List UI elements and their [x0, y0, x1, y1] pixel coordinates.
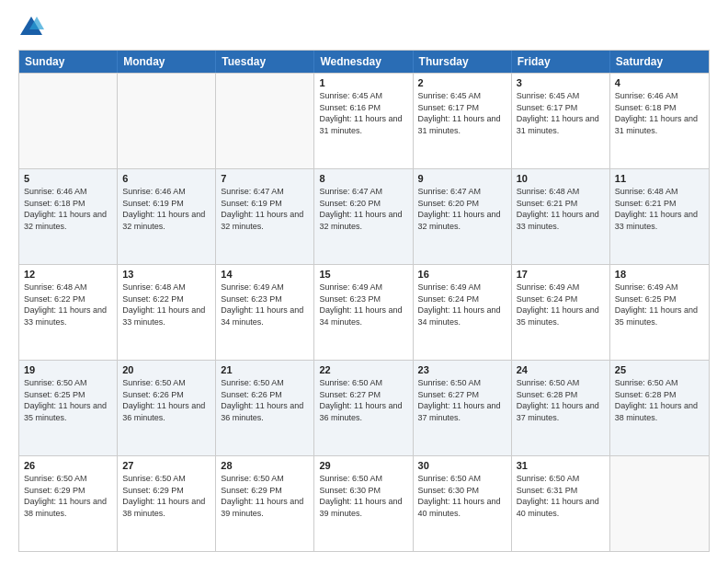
day-info: Sunrise: 6:46 AM Sunset: 6:18 PM Dayligh…: [615, 90, 704, 136]
calendar-body: 1Sunrise: 6:45 AM Sunset: 6:16 PM Daylig…: [19, 73, 709, 551]
day-number: 27: [122, 460, 210, 471]
calendar-day-27: 27Sunrise: 6:50 AM Sunset: 6:29 PM Dayli…: [118, 456, 216, 551]
calendar-empty-cell: [216, 74, 314, 168]
day-info: Sunrise: 6:50 AM Sunset: 6:29 PM Dayligh…: [122, 473, 210, 519]
day-number: 2: [418, 77, 506, 88]
header-cell-monday: Monday: [118, 51, 216, 73]
calendar-day-22: 22Sunrise: 6:50 AM Sunset: 6:27 PM Dayli…: [314, 361, 413, 455]
calendar-day-17: 17Sunrise: 6:49 AM Sunset: 6:24 PM Dayli…: [512, 265, 610, 360]
day-number: 14: [221, 269, 309, 280]
day-number: 3: [517, 77, 605, 88]
calendar-day-24: 24Sunrise: 6:50 AM Sunset: 6:28 PM Dayli…: [512, 361, 610, 455]
logo-icon: [18, 15, 44, 40]
day-number: 12: [24, 269, 112, 280]
calendar-day-10: 10Sunrise: 6:48 AM Sunset: 6:21 PM Dayli…: [512, 169, 610, 264]
calendar-day-21: 21Sunrise: 6:50 AM Sunset: 6:26 PM Dayli…: [216, 361, 314, 455]
day-info: Sunrise: 6:49 AM Sunset: 6:23 PM Dayligh…: [319, 282, 407, 327]
calendar-day-1: 1Sunrise: 6:45 AM Sunset: 6:16 PM Daylig…: [314, 74, 413, 168]
calendar-day-25: 25Sunrise: 6:50 AM Sunset: 6:28 PM Dayli…: [610, 361, 709, 455]
day-number: 4: [615, 77, 704, 88]
calendar-day-11: 11Sunrise: 6:48 AM Sunset: 6:21 PM Dayli…: [610, 169, 709, 264]
day-info: Sunrise: 6:50 AM Sunset: 6:27 PM Dayligh…: [418, 377, 506, 423]
header-cell-sunday: Sunday: [19, 51, 118, 73]
header-cell-tuesday: Tuesday: [216, 51, 314, 73]
header: [18, 15, 710, 40]
day-number: 16: [418, 269, 506, 280]
day-info: Sunrise: 6:45 AM Sunset: 6:17 PM Dayligh…: [418, 90, 506, 136]
day-number: 31: [517, 460, 605, 471]
calendar-empty-cell: [118, 74, 216, 168]
page: SundayMondayTuesdayWednesdayThursdayFrid…: [0, 0, 728, 563]
day-number: 8: [319, 173, 407, 184]
calendar-empty-cell: [19, 74, 118, 168]
day-info: Sunrise: 6:45 AM Sunset: 6:16 PM Dayligh…: [319, 90, 407, 136]
day-info: Sunrise: 6:49 AM Sunset: 6:25 PM Dayligh…: [615, 282, 704, 327]
day-number: 15: [319, 269, 407, 280]
day-info: Sunrise: 6:47 AM Sunset: 6:20 PM Dayligh…: [319, 186, 407, 232]
calendar-day-14: 14Sunrise: 6:49 AM Sunset: 6:23 PM Dayli…: [216, 265, 314, 360]
day-number: 10: [517, 173, 605, 184]
calendar-day-18: 18Sunrise: 6:49 AM Sunset: 6:25 PM Dayli…: [610, 265, 709, 360]
day-number: 19: [24, 364, 112, 375]
day-info: Sunrise: 6:47 AM Sunset: 6:20 PM Dayligh…: [418, 186, 506, 232]
calendar-day-7: 7Sunrise: 6:47 AM Sunset: 6:19 PM Daylig…: [216, 169, 314, 264]
calendar-day-30: 30Sunrise: 6:50 AM Sunset: 6:30 PM Dayli…: [414, 456, 512, 551]
day-info: Sunrise: 6:49 AM Sunset: 6:24 PM Dayligh…: [418, 282, 506, 327]
day-info: Sunrise: 6:48 AM Sunset: 6:22 PM Dayligh…: [122, 282, 210, 327]
calendar-day-26: 26Sunrise: 6:50 AM Sunset: 6:29 PM Dayli…: [19, 456, 118, 551]
day-info: Sunrise: 6:48 AM Sunset: 6:22 PM Dayligh…: [24, 282, 112, 327]
calendar-day-16: 16Sunrise: 6:49 AM Sunset: 6:24 PM Dayli…: [414, 265, 512, 360]
calendar-week-5: 26Sunrise: 6:50 AM Sunset: 6:29 PM Dayli…: [19, 455, 709, 551]
day-info: Sunrise: 6:48 AM Sunset: 6:21 PM Dayligh…: [615, 186, 704, 232]
calendar-day-28: 28Sunrise: 6:50 AM Sunset: 6:29 PM Dayli…: [216, 456, 314, 551]
day-info: Sunrise: 6:50 AM Sunset: 6:30 PM Dayligh…: [418, 473, 506, 519]
calendar-week-1: 1Sunrise: 6:45 AM Sunset: 6:16 PM Daylig…: [19, 73, 709, 168]
calendar-day-6: 6Sunrise: 6:46 AM Sunset: 6:19 PM Daylig…: [118, 169, 216, 264]
calendar-day-8: 8Sunrise: 6:47 AM Sunset: 6:20 PM Daylig…: [314, 169, 413, 264]
calendar-day-15: 15Sunrise: 6:49 AM Sunset: 6:23 PM Dayli…: [314, 265, 413, 360]
calendar-day-12: 12Sunrise: 6:48 AM Sunset: 6:22 PM Dayli…: [19, 265, 118, 360]
day-info: Sunrise: 6:50 AM Sunset: 6:28 PM Dayligh…: [615, 377, 704, 423]
day-info: Sunrise: 6:50 AM Sunset: 6:29 PM Dayligh…: [24, 473, 112, 519]
day-number: 11: [615, 173, 704, 184]
day-info: Sunrise: 6:50 AM Sunset: 6:31 PM Dayligh…: [517, 473, 605, 519]
day-number: 7: [221, 173, 309, 184]
calendar-day-13: 13Sunrise: 6:48 AM Sunset: 6:22 PM Dayli…: [118, 265, 216, 360]
day-number: 17: [517, 269, 605, 280]
header-cell-wednesday: Wednesday: [314, 51, 413, 73]
calendar-day-19: 19Sunrise: 6:50 AM Sunset: 6:25 PM Dayli…: [19, 361, 118, 455]
day-number: 25: [615, 364, 704, 375]
calendar-day-4: 4Sunrise: 6:46 AM Sunset: 6:18 PM Daylig…: [610, 74, 709, 168]
day-number: 28: [221, 460, 309, 471]
day-info: Sunrise: 6:45 AM Sunset: 6:17 PM Dayligh…: [517, 90, 605, 136]
calendar-day-5: 5Sunrise: 6:46 AM Sunset: 6:18 PM Daylig…: [19, 169, 118, 264]
calendar-week-2: 5Sunrise: 6:46 AM Sunset: 6:18 PM Daylig…: [19, 168, 709, 264]
day-number: 21: [221, 364, 309, 375]
day-info: Sunrise: 6:50 AM Sunset: 6:28 PM Dayligh…: [517, 377, 605, 423]
calendar-day-9: 9Sunrise: 6:47 AM Sunset: 6:20 PM Daylig…: [414, 169, 512, 264]
calendar-header-row: SundayMondayTuesdayWednesdayThursdayFrid…: [19, 51, 709, 73]
day-info: Sunrise: 6:47 AM Sunset: 6:19 PM Dayligh…: [221, 186, 309, 232]
day-info: Sunrise: 6:50 AM Sunset: 6:26 PM Dayligh…: [221, 377, 309, 423]
day-info: Sunrise: 6:49 AM Sunset: 6:24 PM Dayligh…: [517, 282, 605, 327]
day-number: 9: [418, 173, 506, 184]
day-number: 5: [24, 173, 112, 184]
calendar-week-3: 12Sunrise: 6:48 AM Sunset: 6:22 PM Dayli…: [19, 264, 709, 360]
logo: [18, 15, 48, 40]
day-number: 22: [319, 364, 407, 375]
day-info: Sunrise: 6:49 AM Sunset: 6:23 PM Dayligh…: [221, 282, 309, 327]
day-info: Sunrise: 6:50 AM Sunset: 6:29 PM Dayligh…: [221, 473, 309, 519]
calendar-day-23: 23Sunrise: 6:50 AM Sunset: 6:27 PM Dayli…: [414, 361, 512, 455]
calendar: SundayMondayTuesdayWednesdayThursdayFrid…: [18, 50, 710, 552]
day-number: 1: [319, 77, 407, 88]
calendar-day-3: 3Sunrise: 6:45 AM Sunset: 6:17 PM Daylig…: [512, 74, 610, 168]
calendar-day-2: 2Sunrise: 6:45 AM Sunset: 6:17 PM Daylig…: [414, 74, 512, 168]
day-number: 30: [418, 460, 506, 471]
day-number: 29: [319, 460, 407, 471]
header-cell-thursday: Thursday: [414, 51, 512, 73]
calendar-week-4: 19Sunrise: 6:50 AM Sunset: 6:25 PM Dayli…: [19, 360, 709, 455]
day-number: 13: [122, 269, 210, 280]
day-info: Sunrise: 6:50 AM Sunset: 6:26 PM Dayligh…: [122, 377, 210, 423]
day-info: Sunrise: 6:46 AM Sunset: 6:18 PM Dayligh…: [24, 186, 112, 232]
day-number: 23: [418, 364, 506, 375]
